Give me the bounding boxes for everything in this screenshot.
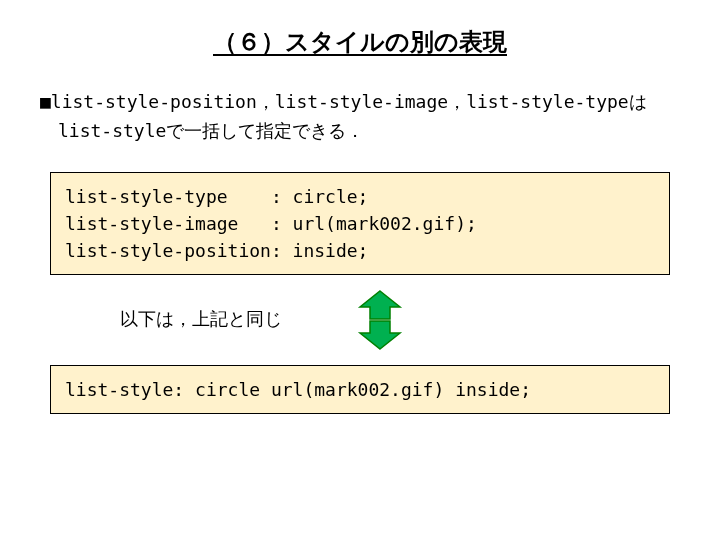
- double-arrow-icon: [350, 289, 410, 351]
- between-row: 以下は，上記と同じ: [50, 285, 670, 355]
- code-block-shorthand: list-style: circle url(mark002.gif) insi…: [50, 365, 670, 414]
- page-title: （６）スタイルの別の表現: [30, 26, 690, 58]
- slide-page: （６）スタイルの別の表現 ■list-style-position，list-s…: [0, 0, 720, 540]
- description-text: ■list-style-position，list-style-image，li…: [40, 88, 680, 146]
- code-block-longhand: list-style-type : circle; list-style-ima…: [50, 172, 670, 275]
- equivalence-note: 以下は，上記と同じ: [120, 307, 282, 331]
- svg-marker-1: [360, 321, 400, 349]
- svg-marker-0: [360, 291, 400, 319]
